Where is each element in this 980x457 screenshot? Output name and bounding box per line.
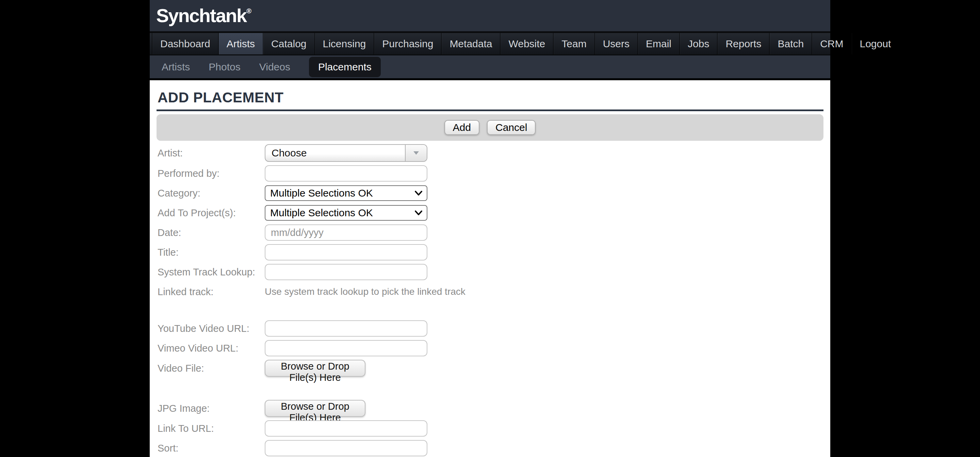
category-select-value: Multiple Selections OK [266,187,410,199]
sort-label: Sort: [156,443,265,454]
nav-item-metadata[interactable]: Metadata [442,33,501,54]
projects-select[interactable]: Multiple Selections OK [265,205,427,221]
nav-item-purchasing[interactable]: Purchasing [374,33,442,54]
subnav-item-placements[interactable]: Placements [309,57,381,77]
category-select[interactable]: Multiple Selections OK [265,185,427,201]
jpg-image-browse-button[interactable]: Browse or Drop File(s) Here [265,400,366,417]
sub-nav: Artists Photos Videos Placements [150,56,830,80]
nav-item-licensing[interactable]: Licensing [315,33,375,54]
form-row-title: Title: [156,244,824,260]
synchtank-logo: Synchtank® [156,6,251,25]
title-underline [156,109,824,111]
form-row-link-to-url: Link To URL: [156,420,824,436]
registered-mark: ® [247,7,251,14]
main-nav: Dashboard Artists Catalog Licensing Purc… [150,31,830,56]
jpg-image-label: JPG Image: [156,403,265,414]
form-row-linked-track: Linked track: Use system track lookup to… [156,284,824,300]
nav-item-crm[interactable]: CRM [812,33,852,54]
artist-label: Artist: [156,148,265,159]
title-input[interactable] [265,244,427,260]
subnav-item-videos[interactable]: Videos [259,61,290,73]
form-toolbar: Add Cancel [156,114,824,141]
main-content: ADD PLACEMENT Add Cancel Artist: Choose [150,80,830,457]
form-row-category: Category: Multiple Selections OK [156,185,824,201]
nav-item-catalog[interactable]: Catalog [263,33,315,54]
vimeo-url-input[interactable] [265,340,427,356]
chevron-down-icon [405,145,427,161]
projects-label: Add To Project(s): [156,208,265,219]
add-button[interactable]: Add [444,120,479,135]
nav-item-jobs[interactable]: Jobs [680,33,718,54]
system-track-lookup-input[interactable] [265,264,427,280]
form-row-jpg-image: JPG Image: Browse or Drop File(s) Here [156,400,824,417]
form-row-projects: Add To Project(s): Multiple Selections O… [156,205,824,221]
form-row-performed-by: Performed by: [156,165,824,182]
form-row-sort: Sort: [156,440,824,456]
chevron-down-icon [410,210,427,216]
date-input[interactable] [265,224,427,241]
nav-item-logout[interactable]: Logout [852,33,899,54]
page-title: ADD PLACEMENT [158,89,822,106]
nav-item-dashboard[interactable]: Dashboard [152,33,219,54]
nav-item-team[interactable]: Team [554,33,595,54]
link-to-url-label: Link To URL: [156,423,265,434]
logo-text: Synchtank [156,5,247,26]
page-background: Synchtank® Dashboard Artists Catalog Lic… [0,0,980,457]
subnav-item-artists[interactable]: Artists [162,61,190,73]
nav-item-batch[interactable]: Batch [770,33,812,54]
nav-item-email[interactable]: Email [638,33,680,54]
nav-item-users[interactable]: Users [595,33,638,54]
nav-item-artists[interactable]: Artists [219,33,263,54]
cancel-button[interactable]: Cancel [487,120,536,135]
subnav-item-photos[interactable]: Photos [208,61,240,73]
projects-select-value: Multiple Selections OK [266,207,410,219]
content-column: Synchtank® Dashboard Artists Catalog Lic… [150,0,830,457]
artist-select[interactable]: Choose [265,144,427,162]
linked-track-help-text: Use system track lookup to pick the link… [265,286,466,297]
category-label: Category: [156,188,265,199]
form-row-youtube: YouTube Video URL: [156,320,824,336]
form-row-video-file: Video File: Browse or Drop File(s) Here [156,360,824,377]
nav-item-website[interactable]: Website [501,33,554,54]
performed-by-label: Performed by: [156,168,265,179]
youtube-url-label: YouTube Video URL: [156,323,265,334]
date-label: Date: [156,227,265,238]
video-file-browse-button[interactable]: Browse or Drop File(s) Here [265,360,366,377]
system-track-lookup-label: System Track Lookup: [156,267,265,278]
placement-form: Artist: Choose Performed by: Category: [156,144,824,456]
artist-select-value: Choose [266,145,405,161]
form-row-vimeo: Vimeo Video URL: [156,340,824,356]
header: Synchtank® [150,0,830,31]
form-row-artist: Artist: Choose [156,144,824,162]
vimeo-url-label: Vimeo Video URL: [156,343,265,354]
sort-input[interactable] [265,440,427,456]
youtube-url-input[interactable] [265,320,427,336]
form-row-date: Date: [156,224,824,241]
link-to-url-input[interactable] [265,420,427,436]
chevron-down-icon [410,190,427,196]
form-row-system-track-lookup: System Track Lookup: [156,264,824,280]
video-file-label: Video File: [156,363,265,374]
performed-by-input[interactable] [265,165,427,182]
title-label: Title: [156,247,265,258]
linked-track-label: Linked track: [156,286,265,298]
nav-item-reports[interactable]: Reports [718,33,770,54]
